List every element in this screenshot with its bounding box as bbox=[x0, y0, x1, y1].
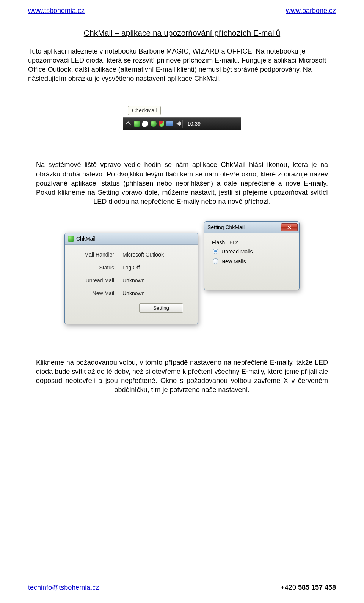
tray-separator bbox=[182, 120, 183, 128]
volume-tray-icon[interactable] bbox=[176, 121, 180, 126]
footer-phone-prefix: +420 bbox=[281, 584, 298, 591]
mail-handler-label: Mail Handler: bbox=[73, 252, 122, 258]
radio-new-label: New Mails bbox=[221, 258, 246, 265]
chkmail-window-title: ChkMail bbox=[76, 236, 96, 242]
tray-clock[interactable]: 10:39 bbox=[185, 121, 203, 127]
footer-phone: +420 585 157 458 bbox=[281, 584, 336, 592]
unread-mail-label: Unread Mail: bbox=[73, 277, 122, 283]
close-icon[interactable] bbox=[281, 223, 298, 231]
chkmail-window: ChkMail Mail Handler: Microsoft Outlook … bbox=[64, 233, 198, 324]
status-tray-icon[interactable] bbox=[151, 121, 157, 127]
radio-unread-label: Unread Mails bbox=[221, 249, 253, 255]
setting-chkmail-window: Setting ChkMail Flash LED: Unread Mails … bbox=[204, 221, 300, 290]
header-right-link[interactable]: www.barbone.cz bbox=[286, 7, 336, 15]
page-title: ChkMail – aplikace na upozorňování přích… bbox=[28, 28, 336, 38]
header-left-link[interactable]: www.tsbohemia.cz bbox=[28, 7, 85, 15]
new-mail-label: New Mail: bbox=[73, 290, 122, 296]
radio-unread-mails[interactable]: Unread Mails bbox=[213, 249, 292, 255]
settings-figure: Setting ChkMail Flash LED: Unread Mails … bbox=[64, 221, 300, 327]
final-paragraph: Klikneme na požadovanou volbu, v tomto p… bbox=[36, 358, 328, 394]
messenger-tray-icon[interactable] bbox=[142, 121, 148, 127]
system-tray: 10:39 bbox=[123, 117, 241, 130]
status-label: Status: bbox=[73, 265, 122, 271]
setting-window-title: Setting ChkMail bbox=[207, 224, 245, 230]
tray-arrow-icon[interactable] bbox=[125, 120, 132, 127]
flash-led-label: Flash LED: bbox=[212, 239, 292, 246]
taskbar-figure: CheckMail 10:39 bbox=[123, 106, 241, 130]
chkmail-title-icon bbox=[68, 236, 74, 242]
new-mail-value: Unknown bbox=[122, 290, 144, 296]
network-tray-icon[interactable] bbox=[166, 121, 173, 126]
unread-mail-value: Unknown bbox=[122, 277, 144, 283]
mail-handler-value: Microsoft Outlook bbox=[122, 252, 164, 258]
middle-paragraph: Na systémové liště vpravo vedle hodin se… bbox=[36, 160, 328, 206]
security-shield-icon[interactable] bbox=[159, 121, 164, 127]
setting-button[interactable]: Setting bbox=[139, 303, 183, 313]
footer-phone-number: 585 157 458 bbox=[298, 584, 336, 591]
radio-icon bbox=[213, 249, 218, 254]
footer-email[interactable]: techinfo@tsbohemia.cz bbox=[28, 584, 99, 592]
status-value: Log Off bbox=[122, 265, 140, 271]
radio-new-mails[interactable]: New Mails bbox=[213, 258, 292, 265]
radio-icon bbox=[213, 258, 218, 264]
checkmail-tray-icon[interactable] bbox=[134, 121, 140, 127]
intro-paragraph: Tuto aplikaci naleznete v notebooku Barb… bbox=[28, 47, 336, 83]
checkmail-tooltip: CheckMail bbox=[128, 106, 161, 115]
